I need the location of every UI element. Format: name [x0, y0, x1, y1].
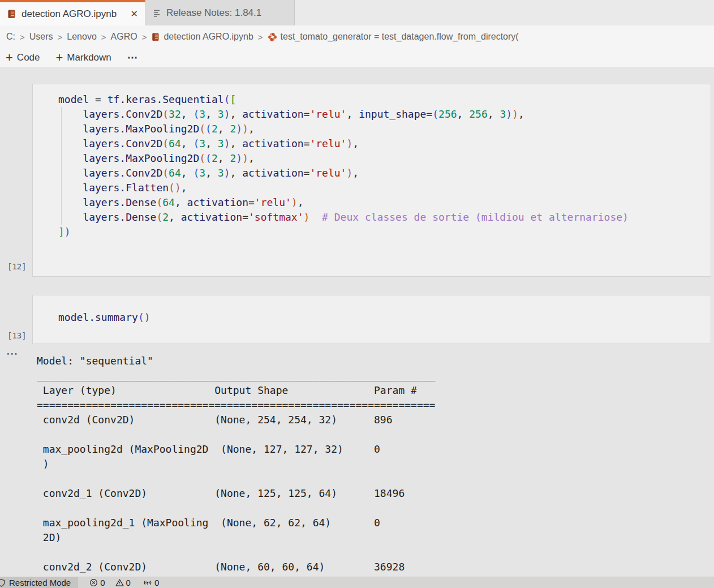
code-editor[interactable]: model = tf.keras.Sequential([ layers.Con… [58, 92, 629, 239]
code-cell-model-definition[interactable]: model = tf.keras.Sequential([ layers.Con… [32, 84, 711, 277]
editor-tab-bar: detection AGRO.ipynb ✕ Release Notes: 1.… [0, 0, 714, 25]
add-code-label: Code [17, 52, 40, 63]
output-menu-icon[interactable]: ⋯ [6, 347, 18, 360]
code-cell-model-summary[interactable]: model.summary() [32, 295, 711, 344]
status-bar: Restricted Mode 0 0 0 [0, 577, 714, 588]
problems-indicator[interactable]: 0 0 [89, 578, 132, 587]
python-symbol-icon [268, 32, 277, 42]
notebook-file-icon [7, 9, 16, 19]
breadcrumb-file-label: detection AGRO.ipynb [164, 32, 253, 42]
breadcrumb: C: > Users > Lenovo > AGRO > detection A… [0, 25, 714, 48]
broadcast-count: 0 [154, 578, 160, 587]
chevron-right-icon: > [53, 32, 67, 42]
add-markdown-cell-button[interactable]: + Markdown [56, 52, 111, 63]
notebook-file-icon [151, 32, 160, 41]
chevron-right-icon: > [137, 32, 152, 42]
breadcrumb-symbol-label: test_tomato_generator = test_datagen.flo… [281, 32, 519, 42]
execution-count: [12] [7, 262, 27, 271]
restricted-mode-label: Restricted Mode [9, 578, 71, 587]
warning-icon [115, 578, 124, 587]
tab-label: detection AGRO.ipynb [21, 8, 117, 20]
chevron-right-icon: > [253, 32, 268, 42]
close-icon[interactable]: ✕ [131, 8, 138, 19]
shield-icon [0, 578, 6, 587]
tab-detection-agro-ipynb[interactable]: detection AGRO.ipynb ✕ [0, 0, 145, 25]
add-code-cell-button[interactable]: + Code [6, 52, 40, 63]
code-editor[interactable]: model.summary() [58, 310, 150, 325]
breadcrumb-item-symbol[interactable]: test_tomato_generator = test_datagen.flo… [268, 32, 519, 42]
breadcrumb-item-lenovo[interactable]: Lenovo [67, 32, 97, 42]
model-summary-output: Model: "sequential" ____________________… [37, 354, 435, 574]
breadcrumb-item-users[interactable]: Users [29, 32, 53, 42]
breadcrumb-item-drive[interactable]: C: [6, 32, 15, 42]
chevron-right-icon: > [15, 32, 29, 42]
error-count: 0 [100, 578, 106, 587]
breadcrumb-item-file[interactable]: detection AGRO.ipynb [151, 32, 253, 42]
execution-count: [13] [7, 331, 27, 340]
warning-count: 0 [126, 578, 132, 587]
error-icon [89, 578, 98, 587]
plus-icon: + [6, 52, 13, 63]
chevron-right-icon: > [97, 32, 111, 42]
plus-icon: + [56, 52, 63, 63]
broadcast-icon [143, 578, 152, 587]
more-actions-icon[interactable]: ⋯ [127, 51, 139, 64]
notebook-toolbar: + Code + Markdown ⋯ [0, 48, 714, 67]
breadcrumb-item-agro[interactable]: AGRO [111, 32, 137, 42]
tab-release-notes[interactable]: Release Notes: 1.84.1 [145, 0, 295, 25]
restricted-mode-badge[interactable]: Restricted Mode [0, 577, 78, 588]
release-notes-icon [152, 8, 161, 18]
tab-label: Release Notes: 1.84.1 [166, 7, 261, 19]
add-markdown-label: Markdown [67, 52, 111, 63]
remote-broadcast-indicator[interactable]: 0 [143, 578, 160, 587]
